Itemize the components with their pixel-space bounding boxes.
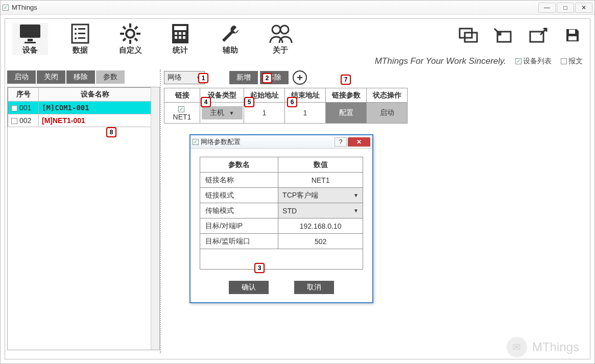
param-row: 传输模式STD▼ bbox=[200, 203, 363, 219]
minimize-button[interactable]: — bbox=[538, 3, 556, 13]
nav-label: 数据 bbox=[73, 45, 88, 55]
svg-rect-22 bbox=[179, 32, 181, 35]
param-row: 目标/监听端口502 bbox=[200, 234, 363, 249]
device-list-checkbox[interactable]: 设备列表 bbox=[515, 57, 552, 66]
svg-rect-21 bbox=[175, 32, 177, 35]
cancel-button[interactable]: 取消 bbox=[294, 281, 334, 294]
devtype-select[interactable]: 主机▼ bbox=[202, 106, 243, 119]
nav-tab-stats[interactable]: 统计 bbox=[162, 23, 198, 55]
dialog-help-button[interactable]: ? bbox=[335, 137, 347, 147]
wrench-icon bbox=[218, 23, 243, 44]
svg-point-4 bbox=[75, 28, 77, 30]
callout-5: 5 bbox=[244, 97, 254, 107]
message-checkbox[interactable]: 报文 bbox=[561, 57, 583, 66]
network-params-dialog: 网络参数配置 ? ✕ 参数名数值 链接名称NET1 链接模式TCP客户端▼ 传输… bbox=[189, 134, 373, 303]
col-name: 设备名称 bbox=[39, 88, 151, 102]
col-link: 链接 bbox=[164, 88, 200, 103]
close-button[interactable]: 关闭 bbox=[37, 70, 65, 84]
param-row: 目标/对端IP192.168.0.10 bbox=[200, 219, 363, 234]
monitor-icon bbox=[18, 23, 42, 44]
nav-tab-data[interactable]: 数据 bbox=[62, 23, 98, 55]
param-col-name: 参数名 bbox=[200, 157, 278, 173]
svg-point-10 bbox=[126, 30, 134, 38]
svg-line-18 bbox=[123, 38, 126, 41]
nav-tab-custom[interactable]: 自定义 bbox=[112, 23, 148, 55]
svg-point-8 bbox=[75, 37, 77, 39]
dialog-checkbox-icon bbox=[193, 139, 199, 145]
device-row[interactable]: 001 [M]COM1-001 bbox=[8, 102, 151, 114]
remove-button[interactable]: 移除 bbox=[66, 70, 95, 84]
callout-6: 6 bbox=[287, 97, 297, 107]
nav-tab-about[interactable]: 关于 bbox=[263, 23, 298, 55]
target-ip-input[interactable]: 192.168.0.10 bbox=[278, 219, 363, 234]
window-tools bbox=[458, 23, 583, 44]
param-row: 链接模式TCP客户端▼ bbox=[200, 188, 363, 203]
svg-rect-0 bbox=[20, 25, 40, 38]
callout-2: 2 bbox=[262, 73, 272, 83]
col-no: 序号 bbox=[8, 88, 39, 102]
dialog-titlebar[interactable]: 网络参数配置 ? ✕ bbox=[191, 135, 372, 149]
dialog-title-text: 网络参数配置 bbox=[201, 137, 241, 147]
maximize-button[interactable]: □ bbox=[557, 3, 574, 13]
nav-label: 关于 bbox=[273, 45, 288, 55]
watermark-text: MThings bbox=[532, 340, 579, 354]
nav-tab-device[interactable]: 设备 bbox=[12, 23, 48, 55]
app-window: MThings — □ ✕ 设备 数据 自定义 bbox=[0, 0, 595, 364]
nav-label: 设备 bbox=[22, 45, 38, 55]
device-list-scroll[interactable]: 序号 设备名称 001 [M]COM1-001 002 [M]NET1-001 bbox=[7, 87, 160, 350]
svg-rect-2 bbox=[25, 42, 36, 43]
svg-rect-34 bbox=[568, 36, 577, 40]
svg-rect-7 bbox=[78, 33, 85, 34]
main-toolbar: 设备 数据 自定义 统计 辅助 bbox=[5, 19, 590, 55]
link-name-input[interactable]: NET1 bbox=[278, 173, 363, 188]
svg-line-15 bbox=[123, 27, 126, 29]
left-button-row: 启动 关闭 移除 参数 bbox=[7, 69, 160, 87]
svg-rect-5 bbox=[78, 28, 85, 30]
close-window-button[interactable]: ✕ bbox=[575, 3, 592, 13]
target-port-input[interactable]: 502 bbox=[278, 234, 363, 249]
titlebar-checkbox-icon bbox=[3, 5, 9, 11]
import-icon[interactable] bbox=[493, 26, 513, 44]
save-icon[interactable] bbox=[562, 26, 583, 44]
col-params: 链接参数 bbox=[326, 88, 367, 103]
action-button[interactable]: 启动 bbox=[367, 103, 408, 124]
svg-point-6 bbox=[75, 33, 77, 35]
window-title: MThings bbox=[12, 4, 37, 11]
callout-7: 7 bbox=[341, 75, 351, 85]
list-icon bbox=[68, 23, 92, 44]
params-button[interactable]: 参数 bbox=[96, 70, 125, 84]
nav-label: 统计 bbox=[173, 45, 188, 55]
wechat-icon: ✉ bbox=[507, 337, 527, 357]
config-button[interactable]: 配置 bbox=[326, 103, 367, 124]
watermark: ✉ MThings bbox=[507, 337, 579, 357]
link-mode-select[interactable]: TCP客户端▼ bbox=[278, 188, 363, 203]
device-row[interactable]: 002 [M]NET1-001 bbox=[8, 114, 151, 127]
svg-line-17 bbox=[135, 27, 137, 29]
nav-label: 辅助 bbox=[223, 45, 238, 55]
svg-rect-24 bbox=[175, 36, 177, 39]
plus-icon[interactable]: + bbox=[293, 70, 307, 85]
callout-8: 8 bbox=[106, 127, 116, 137]
callout-4: 4 bbox=[201, 97, 211, 107]
network-bar: 网络▼ 新增 移除 + bbox=[161, 69, 590, 88]
nav-label: 自定义 bbox=[119, 45, 142, 55]
device-table: 序号 设备名称 001 [M]COM1-001 002 [M]NET1-001 bbox=[8, 87, 151, 127]
add-button[interactable]: 新增 bbox=[229, 71, 258, 84]
dialog-close-button[interactable]: ✕ bbox=[348, 137, 370, 147]
start-button[interactable]: 启动 bbox=[7, 70, 36, 84]
svg-point-27 bbox=[272, 26, 280, 34]
svg-rect-23 bbox=[183, 32, 185, 35]
nav-tabs: 设备 数据 自定义 统计 辅助 bbox=[12, 23, 298, 55]
ok-button[interactable]: 确认 bbox=[229, 281, 269, 294]
svg-rect-9 bbox=[78, 37, 85, 39]
nav-tab-assist[interactable]: 辅助 bbox=[212, 23, 248, 55]
export-icon[interactable] bbox=[528, 26, 548, 44]
svg-rect-25 bbox=[179, 36, 181, 39]
transport-mode-select[interactable]: STD▼ bbox=[278, 203, 363, 218]
param-table: 参数名数值 链接名称NET1 链接模式TCP客户端▼ 传输模式STD▼ 目标/对… bbox=[200, 157, 363, 270]
svg-point-28 bbox=[280, 26, 289, 34]
param-col-value: 数值 bbox=[278, 157, 363, 173]
cascade-icon[interactable] bbox=[458, 26, 479, 44]
users-icon bbox=[268, 23, 293, 44]
callout-1: 1 bbox=[198, 73, 208, 83]
